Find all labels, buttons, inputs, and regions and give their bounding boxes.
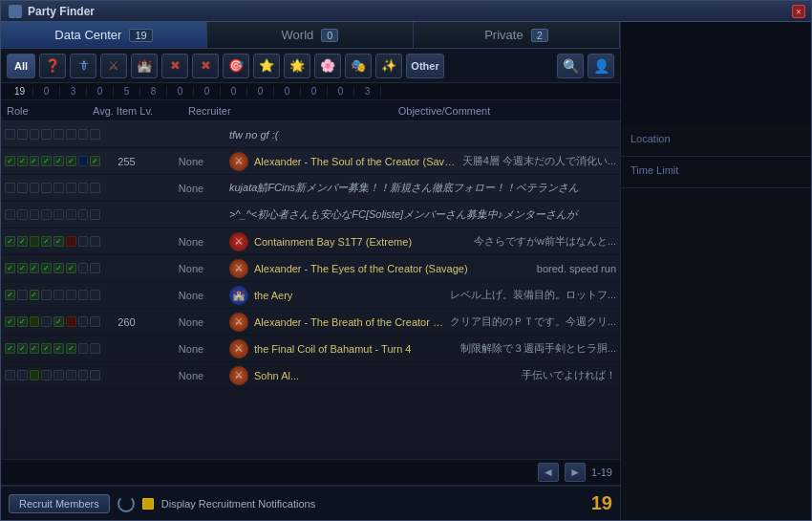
recruiter-value: None — [153, 183, 229, 194]
role-cell — [53, 129, 64, 140]
role-cells — [5, 290, 100, 300]
role-cell — [78, 290, 89, 300]
objective-col: kujata鯖FCins新メンバー募集！！新規さん徹底フォロー！！ベテランさん — [229, 181, 616, 195]
entry-comment: bored. speed run — [537, 263, 616, 274]
role-cell — [78, 236, 89, 247]
role-cell — [17, 156, 28, 166]
role-cell — [5, 370, 15, 380]
role-cell — [41, 290, 52, 300]
role-cell — [41, 156, 52, 166]
table-row[interactable]: None ⚔ Sohn Al... 手伝いでよければ！ — [1, 362, 620, 389]
filter-all-button[interactable]: All — [7, 54, 35, 78]
filter-other-button[interactable]: Other — [406, 54, 444, 78]
count-3: 5 — [114, 86, 140, 97]
count-2: 0 — [87, 86, 114, 97]
filter-cat-6[interactable]: 🎯 — [223, 54, 249, 78]
filter-cat-3[interactable]: 🏰 — [131, 54, 158, 78]
role-cell — [5, 236, 15, 247]
tab-world[interactable]: World 0 — [207, 22, 414, 48]
count-10: 0 — [301, 86, 328, 97]
entry-comment: 制限解除で３週両手剣とヒラ胴... — [460, 341, 616, 356]
avg-value: 255 — [100, 156, 153, 167]
role-cell — [5, 156, 15, 166]
role-cell — [53, 183, 64, 193]
role-cell — [5, 316, 15, 327]
role-cell — [41, 236, 52, 247]
role-cell — [17, 343, 28, 354]
search-button[interactable]: 🔍 — [557, 54, 584, 78]
filter-cat-10[interactable]: 🎭 — [345, 54, 372, 78]
count-7: 0 — [221, 86, 247, 97]
table-row[interactable]: None ⚔ Containment Bay S1T7 (Extreme) 今さ… — [1, 228, 620, 255]
tab-data-center[interactable]: Data Center 19 — [1, 22, 207, 48]
objective-col: ⚔ Alexander - The Breath of the Creator … — [229, 313, 616, 332]
role-cell — [66, 263, 76, 273]
next-page-button[interactable]: ► — [565, 463, 586, 482]
role-cells — [5, 316, 100, 327]
filter-cat-5[interactable]: ✖ — [192, 54, 219, 78]
role-cell — [30, 370, 40, 380]
filter-cat-2[interactable]: ⚔ — [100, 54, 127, 78]
table-row[interactable]: 260 None ⚔ Alexander - The Breath of the… — [1, 309, 620, 336]
table-row[interactable]: tfw no gf :( — [1, 121, 620, 148]
col-role-label: Role — [7, 105, 93, 117]
user-search-button[interactable]: 👤 — [588, 54, 614, 78]
table-row[interactable]: 255 None ⚔ Alexander - The Soul of the C… — [1, 148, 620, 175]
tab-private[interactable]: Private 2 — [414, 22, 620, 48]
role-cell — [41, 316, 52, 327]
location-label: Location — [630, 133, 801, 144]
time-limit-field: Time Limit — [621, 157, 811, 188]
role-cell — [53, 316, 64, 327]
search-icons-group: 🔍 👤 — [557, 54, 614, 78]
recruiter-value: None — [153, 370, 229, 381]
role-cell — [66, 290, 76, 300]
objective-col: ⚔ the Final Coil of Bahamut - Turn 4 制限解… — [229, 339, 616, 358]
recruit-members-button[interactable]: Recruit Members — [9, 494, 110, 513]
refresh-icon[interactable] — [118, 495, 135, 512]
close-button[interactable]: × — [792, 5, 805, 18]
count-12: 3 — [354, 86, 381, 97]
filter-cat-11[interactable]: ✨ — [375, 54, 402, 78]
role-cell — [30, 290, 40, 300]
tab-data-center-count: 19 — [129, 29, 152, 42]
role-cell — [17, 129, 28, 140]
role-cell — [90, 370, 100, 380]
party-list: tfw no gf :( 255 — [1, 121, 620, 459]
role-cell — [41, 129, 52, 140]
column-header: Role Avg. Item Lv. Recruiter Objective/C… — [1, 100, 620, 121]
objective-col: ⚔ Containment Bay S1T7 (Extreme) 今さらですがw… — [229, 232, 616, 251]
objective-col: ⚔ Alexander - The Soul of the Creator (S… — [229, 152, 616, 171]
role-cell — [17, 263, 28, 273]
filter-cat-4[interactable]: ✖ — [161, 54, 188, 78]
table-row[interactable]: None 🏰 the Aery レベル上げ。装備目的。ロットフ... — [1, 282, 620, 309]
entry-name: Alexander - The Soul of the Creator (Sav… — [254, 156, 457, 167]
dungeon-icon: ⚔ — [229, 366, 248, 385]
role-cell — [41, 343, 52, 354]
entry-name: tfw no gf :( — [229, 129, 278, 141]
filter-cat-7[interactable]: ⭐ — [253, 54, 280, 78]
entry-name: Sohn Al... — [254, 370, 516, 381]
table-row[interactable]: None ⚔ Alexander - The Eyes of the Creat… — [1, 255, 620, 282]
filter-cat-1[interactable]: 🗡 — [70, 54, 96, 78]
table-row[interactable]: None ⚔ the Final Coil of Bahamut - Turn … — [1, 336, 620, 362]
role-cell — [5, 263, 15, 273]
recruiter-value: None — [153, 156, 229, 167]
filter-cat-8[interactable]: 🌟 — [284, 54, 310, 78]
role-cell — [66, 183, 76, 193]
role-cell — [30, 183, 40, 193]
role-cell — [78, 209, 89, 220]
dungeon-icon: ⚔ — [229, 152, 248, 171]
filter-bar: All ❓ 🗡 ⚔ 🏰 ✖ ✖ 🎯 ⭐ 🌟 🌸 🎭 ✨ Other 🔍 👤 — [1, 49, 620, 83]
filter-cat-9[interactable]: 🌸 — [314, 54, 341, 78]
objective-col: ⚔ Sohn Al... 手伝いでよければ！ — [229, 366, 616, 385]
objective-col: 🏰 the Aery レベル上げ。装備目的。ロットフ... — [229, 286, 616, 305]
filter-cat-0[interactable]: ❓ — [39, 54, 66, 78]
list-area: Data Center 19 World 0 Private 2 All ❓ 🗡 — [1, 22, 620, 520]
table-row[interactable]: None kujata鯖FCins新メンバー募集！！新規さん徹底フォロー！！ベテ… — [1, 175, 620, 202]
table-row[interactable]: >^_^<初心者さんも安心なFC[Soliste]メンバーさん募集中♪メンターさ… — [1, 202, 620, 228]
notif-checkbox[interactable] — [142, 498, 154, 510]
role-cell — [66, 129, 76, 140]
prev-page-button[interactable]: ◄ — [538, 463, 559, 482]
role-cell — [5, 183, 15, 193]
role-cell — [5, 209, 15, 220]
